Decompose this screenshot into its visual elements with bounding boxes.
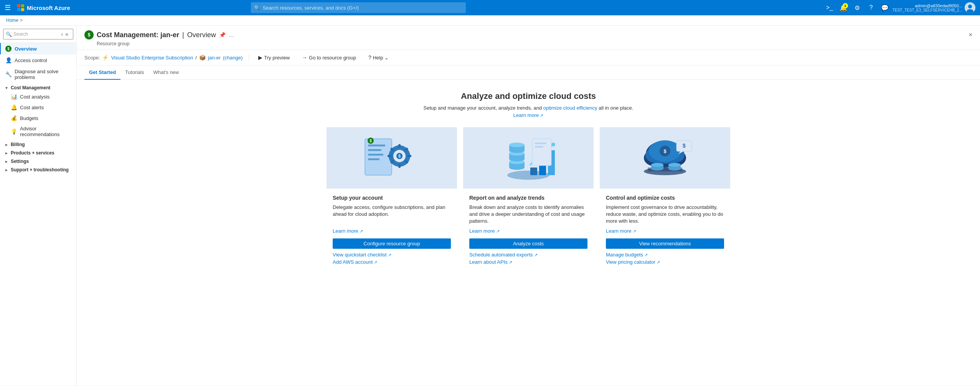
hero-subtitle-suffix: all in one place. xyxy=(599,105,633,111)
avatar[interactable] xyxy=(965,2,975,13)
analyze-costs-button[interactable]: Analyze costs xyxy=(469,238,587,249)
page-title: Cost Management: jan-er xyxy=(97,31,179,39)
brand-logo[interactable]: Microsoft Azure xyxy=(17,4,70,11)
breadcrumb-home[interactable]: Home xyxy=(6,18,18,23)
hero-learn-more-link[interactable]: Learn more xyxy=(513,112,544,118)
feedback-icon[interactable]: 💬 xyxy=(879,2,891,14)
manage-budgets-link[interactable]: Manage budgets xyxy=(606,252,724,258)
resource-icon: 📦 xyxy=(199,54,206,61)
sidebar-item-access-control[interactable]: 👤 Access control xyxy=(0,54,76,66)
settings-icon[interactable]: ⚙ xyxy=(851,2,863,14)
sidebar-item-cost-analysis[interactable]: 📊 Cost analysis xyxy=(0,91,76,102)
main-content: Analyze and optimize cloud costs Setup a… xyxy=(77,80,980,386)
card-control-image: $ $ xyxy=(600,127,730,189)
products-chevron: ► xyxy=(5,151,8,155)
sidebar-collapse-btn[interactable]: ‹ xyxy=(61,30,64,38)
sidebar-expand-btn[interactable]: « xyxy=(64,30,69,38)
sidebar-section-settings[interactable]: ► Settings xyxy=(0,156,76,165)
card-report-title: Report on and analyze trends xyxy=(469,195,587,201)
overview-icon: $ xyxy=(5,46,12,52)
subscription-icon: ⚡ xyxy=(102,54,109,61)
tab-whats-new[interactable]: What's new xyxy=(148,66,183,80)
svg-rect-0 xyxy=(17,4,20,7)
sidebar-section-cost-management[interactable]: ▼ Cost Management xyxy=(0,83,76,91)
sidebar-section-products[interactable]: ► Products + services xyxy=(0,148,76,156)
user-email: admin@a830edad9050... xyxy=(893,3,962,8)
sidebar-search-wrap[interactable]: 🔍 ‹ « xyxy=(3,29,73,39)
scope-change-link[interactable]: (change) xyxy=(223,55,243,61)
more-icon[interactable]: … xyxy=(229,32,234,38)
svg-rect-20 xyxy=(408,155,411,157)
tabs-bar: Get Started Tutorials What's new xyxy=(77,66,980,80)
pricing-calculator-link[interactable]: View pricing calculator xyxy=(606,259,724,265)
try-preview-label: Try preview xyxy=(264,55,290,61)
try-preview-button[interactable]: ▶ Try preview xyxy=(255,53,293,62)
learn-apis-link[interactable]: Learn about APIs xyxy=(469,259,587,265)
subscription-link[interactable]: Visual Studio Enterprise Subscription xyxy=(111,55,193,61)
sidebar-item-advisor[interactable]: 💡 Advisor recommendations xyxy=(0,123,76,140)
breadcrumb: Home > xyxy=(0,15,980,26)
svg-point-57 xyxy=(668,163,681,167)
configure-resource-group-button[interactable]: Configure resource group xyxy=(333,238,451,249)
page-toolbar: Scope: ⚡ Visual Studio Enterprise Subscr… xyxy=(77,50,980,66)
page-title-sep: | xyxy=(182,31,184,39)
svg-rect-41 xyxy=(535,143,546,144)
view-quickstart-link[interactable]: View quickstart checklist xyxy=(333,252,451,258)
hamburger-icon[interactable]: ☰ xyxy=(5,3,11,12)
cards-row: $ xyxy=(92,127,965,271)
help-button[interactable]: ? Help ⌄ xyxy=(365,53,392,62)
settings-chevron: ► xyxy=(5,159,8,164)
svg-rect-18 xyxy=(398,164,401,168)
close-button[interactable]: × xyxy=(969,31,972,38)
card-setup-learn-more[interactable]: Learn more xyxy=(333,228,451,234)
cloud-shell-icon[interactable]: >_ xyxy=(823,2,836,14)
card-report-learn-more[interactable]: Learn more xyxy=(469,228,587,234)
sidebar-item-cost-analysis-label: Cost analysis xyxy=(20,94,49,100)
card-report-links: Schedule automated exports Learn about A… xyxy=(469,252,587,265)
support-chevron: ► xyxy=(5,168,8,172)
help-icon[interactable]: ? xyxy=(865,2,877,14)
go-to-resource-group-button[interactable]: → Go to resource group xyxy=(299,53,359,62)
sidebar-section-support[interactable]: ► Support + troubleshooting xyxy=(0,165,76,173)
global-search[interactable]: 🔍 xyxy=(251,2,466,13)
sidebar-search-input[interactable] xyxy=(13,31,59,37)
control-illustration: $ $ xyxy=(630,131,700,185)
page-title-row: $ Cost Management: jan-er | Overview 📌 …… xyxy=(84,30,972,39)
help-chevron-icon: ⌄ xyxy=(384,55,389,61)
go-to-rg-label: Go to resource group xyxy=(309,55,356,61)
card-report-body: Report on and analyze trends Break down … xyxy=(463,189,594,271)
sidebar-section-billing[interactable]: ► Billing xyxy=(0,140,76,148)
scope-divider: / xyxy=(195,55,197,61)
view-recommendations-button[interactable]: View recommendations xyxy=(606,238,724,249)
notifications-icon[interactable]: 🔔 1 xyxy=(837,2,850,14)
sidebar-section-cost-label: Cost Management xyxy=(11,85,50,90)
svg-point-54 xyxy=(651,163,663,167)
scope-selector: Scope: ⚡ Visual Studio Enterprise Subscr… xyxy=(84,54,243,61)
top-nav: ☰ Microsoft Azure 🔍 >_ 🔔 1 ⚙ ? 💬 admin@a… xyxy=(0,0,980,15)
card-control-body: Control and optimize costs Implement cos… xyxy=(600,189,730,271)
card-report: Report on and analyze trends Break down … xyxy=(463,127,594,271)
svg-text:$: $ xyxy=(398,154,401,158)
sidebar-item-diagnose[interactable]: 🔧 Diagnose and solve problems xyxy=(0,66,76,83)
card-control-title: Control and optimize costs xyxy=(606,195,724,201)
search-input[interactable] xyxy=(251,2,466,13)
tab-tutorials[interactable]: Tutorials xyxy=(120,66,148,80)
sidebar-section-settings-label: Settings xyxy=(11,159,29,164)
add-aws-account-link[interactable]: Add AWS account xyxy=(333,259,451,265)
sidebar-item-overview[interactable]: $ Overview xyxy=(0,43,76,54)
svg-point-35 xyxy=(509,143,525,147)
card-control-learn-more[interactable]: Learn more xyxy=(606,228,724,234)
pin-icon[interactable]: 📌 xyxy=(219,32,226,38)
user-menu[interactable]: admin@a830edad9050... TEST_TEST_E3_SELFS… xyxy=(893,2,975,13)
sidebar-item-cost-alerts[interactable]: 🔔 Cost alerts xyxy=(0,102,76,113)
notification-badge: 1 xyxy=(843,3,848,8)
sidebar-item-access-label: Access control xyxy=(15,57,47,63)
help-label: Help xyxy=(373,55,383,61)
tab-get-started[interactable]: Get Started xyxy=(84,66,120,80)
resource-link[interactable]: jan-er xyxy=(208,55,221,61)
budgets-icon: 💰 xyxy=(11,115,17,121)
card-setup-image: $ xyxy=(327,127,457,189)
schedule-exports-link[interactable]: Schedule automated exports xyxy=(469,252,587,258)
sidebar-item-advisor-label: Advisor recommendations xyxy=(20,126,72,137)
sidebar-item-budgets[interactable]: 💰 Budgets xyxy=(0,113,76,123)
